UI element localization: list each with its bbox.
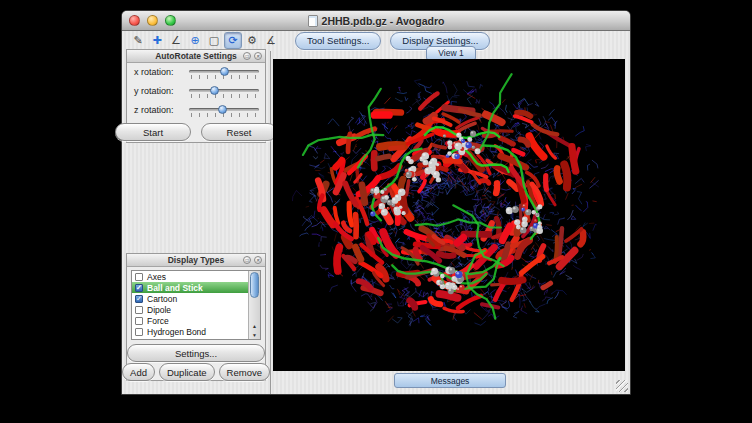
messages-tab[interactable]: Messages — [394, 373, 506, 388]
autorotate-panel-header[interactable]: AutoRotate Settings □ ✕ — [127, 50, 265, 63]
resize-grip[interactable] — [616, 380, 628, 392]
start-button[interactable]: Start — [115, 123, 191, 141]
panel-float-icon[interactable]: □ — [243, 52, 251, 60]
navigate-tool-icon[interactable]: ✚ — [148, 32, 166, 49]
z-rotation-row: z rotation: — [127, 101, 265, 119]
axes-checkbox[interactable] — [135, 273, 143, 281]
list-item-hydrogen-bond[interactable]: Hydrogen Bond — [132, 326, 248, 337]
autorotate-buttons: Start Reset — [127, 123, 265, 141]
display-types-panel-title: Display Types — [168, 255, 225, 265]
z-rotation-slider[interactable] — [189, 104, 259, 117]
list-item-label: Hydrogen Bond — [147, 327, 206, 337]
display-types-panel: Display Types □ ✕ Axes Ball and Stick Ca… — [126, 253, 266, 381]
slider-ticks — [191, 94, 257, 98]
reset-button[interactable]: Reset — [201, 123, 277, 141]
list-item-label: Dipole — [147, 305, 171, 315]
title-area: 2HHB.pdb.gz - Avogadro — [122, 11, 630, 30]
panel-float-icon[interactable]: □ — [243, 256, 251, 264]
manipulate-tool-icon[interactable]: ⊕ — [186, 32, 204, 49]
x-rotation-row: x rotation: — [127, 63, 265, 81]
hydrogen-bond-checkbox[interactable] — [135, 328, 143, 336]
document-icon — [308, 15, 318, 27]
display-types-panel-header[interactable]: Display Types □ ✕ — [127, 254, 265, 267]
list-item-label: Force — [147, 316, 169, 326]
panel-header-buttons: □ ✕ — [243, 256, 262, 264]
y-rotation-row: y rotation: — [127, 82, 265, 100]
duplicate-button[interactable]: Duplicate — [159, 363, 215, 381]
list-item-label: Axes — [147, 272, 166, 282]
autorotate-settings-panel: AutoRotate Settings □ ✕ x rotation: y ro… — [126, 49, 266, 143]
x-rotation-slider[interactable] — [189, 66, 259, 79]
autorotate-panel-title: AutoRotate Settings — [155, 51, 237, 61]
cartoon-checkbox[interactable] — [135, 295, 143, 303]
list-item-axes[interactable]: Axes — [132, 271, 248, 282]
list-scrollbar[interactable]: ▲ ▼ — [248, 271, 260, 339]
scroll-up-icon[interactable]: ▲ — [249, 321, 260, 330]
list-item-cartoon[interactable]: Cartoon — [132, 293, 248, 304]
title-bar[interactable]: 2HHB.pdb.gz - Avogadro — [122, 11, 630, 31]
display-type-actions: Add Duplicate Remove — [127, 363, 265, 381]
molecule-canvas[interactable] — [273, 59, 625, 371]
list-item-label: Label — [147, 338, 168, 341]
selection-tool-icon[interactable]: ▢ — [205, 32, 223, 49]
slider-thumb[interactable] — [220, 67, 229, 76]
panel-close-icon[interactable]: ✕ — [254, 256, 262, 264]
y-rotation-label: y rotation: — [134, 86, 174, 96]
scroll-down-icon[interactable]: ▼ — [249, 330, 260, 339]
ball-and-stick-checkbox[interactable] — [135, 284, 143, 292]
list-item-ball-and-stick[interactable]: Ball and Stick — [132, 282, 248, 293]
force-checkbox[interactable] — [135, 317, 143, 325]
list-item-label: Cartoon — [147, 294, 177, 304]
display-types-rows: Axes Ball and Stick Cartoon Dipole Force — [132, 271, 248, 340]
display-type-settings-row: Settings... — [127, 344, 265, 362]
panel-header-buttons: □ ✕ — [243, 52, 262, 60]
x-rotation-label: x rotation: — [134, 67, 174, 77]
add-button[interactable]: Add — [122, 363, 155, 381]
view-1-tab[interactable]: View 1 — [426, 46, 476, 60]
display-types-list: Axes Ball and Stick Cartoon Dipole Force — [131, 270, 261, 340]
y-rotation-slider[interactable] — [189, 85, 259, 98]
list-item-label-type[interactable]: Label — [132, 337, 248, 340]
auto-optimize-tool-icon[interactable]: ⚙ — [243, 32, 261, 49]
slider-track — [189, 89, 259, 92]
dipole-checkbox[interactable] — [135, 306, 143, 314]
label-checkbox[interactable] — [135, 339, 143, 341]
list-item-dipole[interactable]: Dipole — [132, 304, 248, 315]
measure-tool-icon[interactable]: ∡ — [262, 32, 280, 49]
auto-rotate-tool-icon[interactable]: ⟳ — [224, 32, 242, 49]
tool-settings-button[interactable]: Tool Settings... — [295, 32, 381, 50]
draw-tool-icon[interactable]: ✎ — [129, 32, 147, 49]
list-item-label: Ball and Stick — [147, 283, 203, 293]
settings-button[interactable]: Settings... — [127, 344, 265, 362]
toolbar: ✎ ✚ ∠ ⊕ ▢ ⟳ ⚙ ∡ Tool Settings... Display… — [122, 30, 630, 51]
remove-button[interactable]: Remove — [219, 363, 270, 381]
bond-centric-tool-icon[interactable]: ∠ — [167, 32, 185, 49]
z-rotation-label: z rotation: — [134, 105, 174, 115]
list-item-force[interactable]: Force — [132, 315, 248, 326]
window-title: 2HHB.pdb.gz - Avogadro — [322, 15, 445, 27]
sidebar-divider — [270, 51, 271, 394]
panel-close-icon[interactable]: ✕ — [254, 52, 262, 60]
scrollbar-thumb[interactable] — [250, 272, 259, 298]
avogadro-window: 2HHB.pdb.gz - Avogadro ✎ ✚ ∠ ⊕ ▢ ⟳ ⚙ ∡ T… — [121, 10, 631, 395]
slider-thumb[interactable] — [218, 105, 227, 114]
